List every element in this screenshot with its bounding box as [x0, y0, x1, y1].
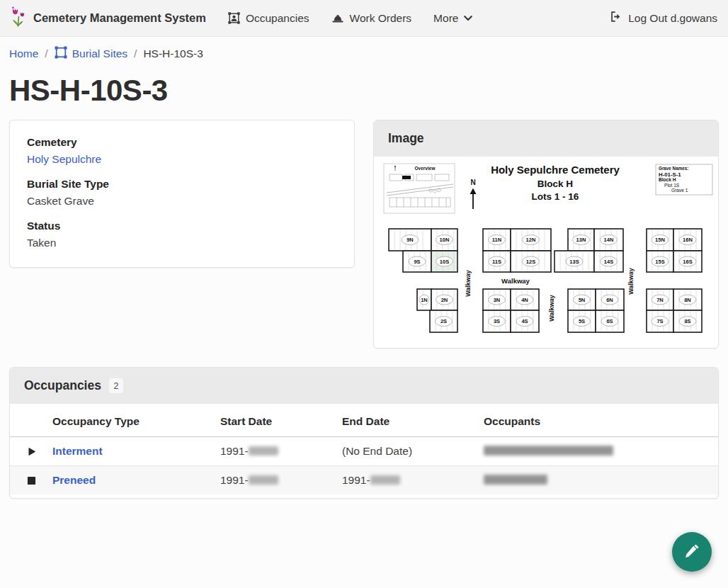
- plot-cell-label: 3N: [494, 297, 501, 303]
- plot-cell-label: 2N: [441, 297, 448, 303]
- plot-cell-label: 10N: [440, 237, 450, 243]
- app-title: Cemetery Management System: [33, 11, 206, 25]
- details-card: Cemetery Holy Sepulchre Burial Site Type…: [9, 120, 355, 268]
- plot-cell-label: 12S: [526, 259, 535, 265]
- plot-cell-label: 3S: [494, 318, 500, 324]
- occupancies-count-badge: 2: [109, 378, 123, 393]
- end-date-cell: (No End Date): [342, 437, 484, 466]
- burial-site-type-label: Burial Site Type: [27, 176, 337, 192]
- plot-cell-label: 7N: [656, 297, 664, 303]
- play-icon: [27, 446, 37, 457]
- occupancy-status-icon-cell: [10, 466, 52, 495]
- walkway-label: Walkway: [501, 277, 530, 285]
- plot-cell-label: 14S: [604, 259, 613, 265]
- start-date-cell: 1991-: [220, 466, 342, 495]
- legend-line: Grave 1: [671, 188, 688, 193]
- breadcrumb-separator: /: [45, 47, 47, 60]
- plot-cell-label: 8N: [684, 297, 691, 303]
- cemetery-field: Cemetery Holy Sepulchre: [27, 135, 337, 167]
- breadcrumb-burial-sites-label: Burial Sites: [72, 47, 127, 60]
- occupancy-type-cell: Interment: [52, 437, 220, 466]
- plot-cell-label: 12N: [526, 237, 536, 243]
- cards-row: Cemetery Holy Sepulchre Burial Site Type…: [9, 120, 719, 349]
- breadcrumb: Home / Burial Sites / HS-H-10S-3: [0, 37, 728, 68]
- page-root: Cemetery Management System Occupancies: [0, 0, 728, 588]
- column-header-occupants: Occupants: [484, 404, 718, 437]
- pencil-icon: [683, 542, 701, 562]
- column-header-end-date: End Date: [342, 404, 484, 437]
- image-card-title: Image: [388, 131, 424, 145]
- occupants-cell: [484, 437, 718, 466]
- page-title: HS-H-10S-3: [9, 74, 719, 108]
- plot-cell-label: 16S: [683, 259, 692, 265]
- redacted-text: [249, 475, 278, 485]
- walkway-label: Walkway: [627, 268, 635, 295]
- nav-more-label: More: [433, 12, 458, 25]
- plot-cell-label: 13N: [576, 237, 586, 243]
- plot-cell-label: 13S: [569, 259, 579, 265]
- occupancies-card-header: Occupancies 2: [10, 368, 718, 404]
- burial-site-type-field: Burial Site Type Casket Grave: [27, 176, 337, 209]
- top-navbar: Cemetery Management System Occupancies: [0, 0, 728, 37]
- plot-cell-label: 2S: [440, 318, 447, 324]
- breadcrumb-current: HS-H-10S-3: [143, 47, 203, 60]
- edit-fab-button[interactable]: [672, 532, 712, 572]
- column-header-icon: [10, 404, 52, 437]
- plot-cell-label: 15N: [655, 237, 665, 243]
- occupancy-row: Preneed1991-1991-: [10, 466, 718, 495]
- chevron-down-icon: [464, 16, 472, 21]
- overview-label: Overview: [415, 166, 436, 171]
- redacted-text: [249, 446, 278, 456]
- plot-cell-label: 5S: [579, 318, 585, 324]
- occupancies-card: Occupancies 2 Occupancy TypeStart DateEn…: [9, 367, 719, 499]
- plot-cell-label: 16N: [683, 237, 693, 243]
- plot-cell-label: 6S: [606, 318, 613, 324]
- occupancies-table: Occupancy TypeStart DateEnd DateOccupant…: [10, 404, 718, 494]
- status-field: Status Taken: [27, 218, 337, 251]
- breadcrumb-burial-sites-link[interactable]: Burial Sites: [55, 46, 127, 62]
- plot-cell-label: 1N: [421, 297, 428, 303]
- hard-hat-icon: [331, 13, 344, 24]
- walkway-label: Walkway: [465, 270, 472, 297]
- plot-map-svg: Holy Sepulchre CemeteryBlock HLots 1 - 1…: [374, 157, 719, 348]
- plot-cell-label: 5N: [579, 297, 586, 303]
- legend-line: Block H: [659, 177, 676, 182]
- tulip-logo-icon: [11, 6, 27, 30]
- nav-more[interactable]: More: [433, 12, 472, 25]
- start-date-cell: 1991-: [220, 437, 342, 466]
- occupancies-header-row: Occupancy TypeStart DateEnd DateOccupant…: [10, 404, 718, 437]
- burial-sites-icon: [55, 46, 67, 62]
- occupancy-type-link[interactable]: Interment: [52, 445, 103, 457]
- nav-work-orders[interactable]: Work Orders: [331, 12, 412, 25]
- map-title-line: Block H: [538, 179, 573, 189]
- nav-occupancies[interactable]: Occupancies: [228, 12, 309, 25]
- nav-work-orders-label: Work Orders: [350, 12, 412, 25]
- occupancy-type-link[interactable]: Preneed: [52, 474, 96, 486]
- plot-cell-label: 14N: [604, 237, 614, 243]
- map-title-line: Holy Sepulchre Cemetery: [491, 164, 620, 176]
- column-header-occupancy-type: Occupancy Type: [52, 404, 220, 437]
- occupancies-card-title: Occupancies: [24, 378, 101, 393]
- breadcrumb-home-link[interactable]: Home: [9, 47, 38, 60]
- plot-cell-label: 7S: [656, 318, 663, 324]
- nav-occupancies-label: Occupancies: [246, 12, 309, 25]
- redacted-text: [484, 475, 547, 485]
- logout-button[interactable]: Log Out d.gowans: [610, 11, 717, 26]
- occupants-cell: [484, 466, 718, 495]
- app-brand[interactable]: Cemetery Management System: [11, 6, 206, 30]
- burial-site-map-image[interactable]: Holy Sepulchre CemeteryBlock HLots 1 - 1…: [374, 157, 719, 348]
- image-card-header: Image: [374, 120, 718, 157]
- cemetery-link[interactable]: Holy Sepulchre: [27, 153, 101, 165]
- plot-cell-label: 10S: [440, 259, 449, 265]
- status-value: Taken: [27, 235, 337, 251]
- occupancy-type-cell: Preneed: [52, 466, 220, 495]
- map-title-line: Lots 1 - 16: [532, 191, 579, 202]
- column-header-start-date: Start Date: [220, 404, 342, 437]
- legend-line: Grave Names:: [659, 166, 688, 171]
- plot-cell-label: 11S: [492, 259, 501, 265]
- image-card: Image Holy Sepulchre CemeteryBlock HLots…: [373, 120, 719, 349]
- logout-icon: [610, 11, 622, 26]
- occupancies-icon: [228, 12, 240, 24]
- north-label: N: [470, 179, 475, 186]
- plot-cell-label: 4S: [521, 318, 528, 324]
